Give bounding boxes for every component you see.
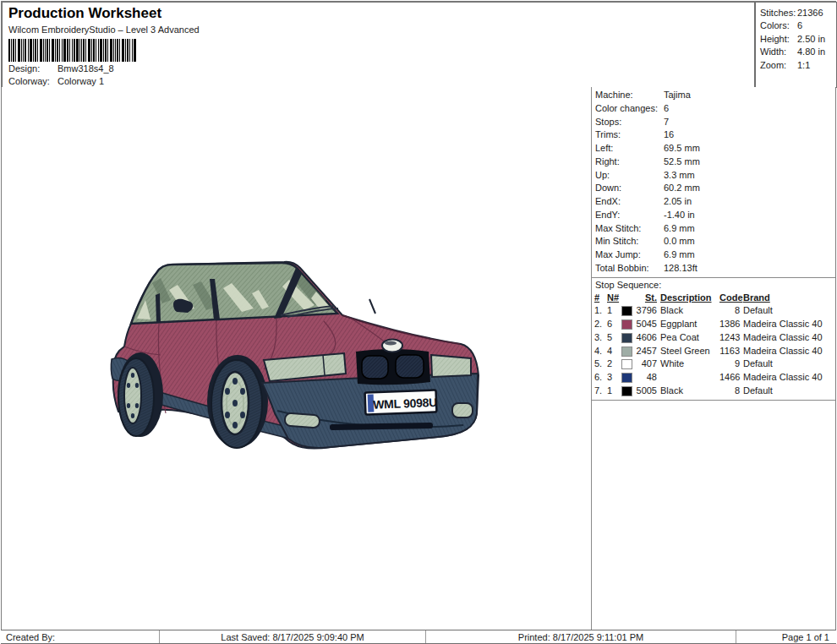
stop-sequence-table: # N# St. Description Code Brand 1.1 3796… [592,292,835,401]
stop-sequence-row: 2.6 5045Eggplant 1386Madeira Classic 40 [594,318,835,331]
barcode-icon [8,39,137,62]
thread-color-swatch [621,347,632,357]
thread-color-swatch [621,333,632,343]
stat-row-stitches: Stitches:21366 [760,7,836,19]
thread-color-swatch [621,306,632,316]
stat-row-width: Width:4.80 in [760,46,836,58]
stop-sequence-row: 5.2 407White 9Default [594,357,835,371]
stop-sequence-row: 6.3 48 1466Madeira Classic 40 [594,371,835,385]
thread-color-swatch [621,359,632,369]
kidney-grille-right [396,355,424,378]
design-value: Bmw318s4_8 [57,63,114,74]
stop-sequence-row: 7.1 5005Black 8Default [594,385,835,398]
stop-sequence-row: 4.4 2457Steel Green 1163Madeira Classic … [594,345,835,358]
machine-row: Trims:16 [595,128,835,142]
colorway-row: Colorway: Colorway 1 [8,76,104,86]
machine-row: Stops:7 [595,116,835,129]
created-by-label: Created By: [1,630,160,643]
machine-row: Up:3.3 mm [595,169,835,183]
left-fog-light [284,413,320,428]
machine-row: Max Jump:6.9 mm [595,248,835,262]
production-worksheet-page: Production Worksheet Wilcom EmbroiderySt… [0,0,837,644]
stop-sequence-row: 3.5 4606Pea Coat 1243Madeira Classic 40 [594,331,835,345]
c-pillar-divider [156,293,161,323]
machine-row: Max Stitch:6.9 mm [595,222,835,236]
design-label: Design: [8,63,57,74]
machine-row: Color changes:6 [595,102,835,116]
stat-row-height: Height:2.50 in [760,33,836,46]
stop-sequence-title: Stop Sequence: [592,277,835,292]
colorway-label: Colorway: [8,76,57,86]
printed-text: Printed: 8/17/2025 9:11:01 PM [426,630,736,643]
bmw-roundel-shadow [385,341,397,345]
page-title: Production Worksheet [8,5,161,22]
stat-row-colors: Colors:6 [760,19,836,32]
header-box: Production Worksheet Wilcom EmbroiderySt… [2,2,755,88]
last-saved-text: Last Saved: 8/17/2025 9:09:40 PM [160,630,426,643]
machine-row: Machine:Tajima [595,89,835,102]
right-headlight [431,355,471,377]
footer-bar: Created By: Last Saved: 8/17/2025 9:09:4… [1,630,836,644]
page-number: Page 1 of 1 [736,630,836,643]
antenna [369,299,375,314]
machine-info-panel: Machine:Tajima Color changes:6 Stops:7 T… [592,87,835,401]
stop-sequence-header: # N# St. Description Code Brand [594,292,835,305]
summary-stats-box: Stitches:21366 Colors:6 Height:2.50 in W… [755,2,837,88]
machine-row: Min Stitch:0.0 mm [595,235,835,248]
embroidery-design-car: WML 9098U [108,256,482,456]
thread-color-swatch [621,373,632,383]
thread-color-swatch [621,386,632,396]
machine-row: Down:60.2 mm [595,182,835,195]
software-subtitle: Wilcom EmbroideryStudio – Level 3 Advanc… [8,25,200,35]
machine-info-list: Machine:Tajima Color changes:6 Stops:7 T… [592,87,835,277]
kidney-grille-left [362,356,388,379]
plate-text: WML 9098U [373,396,437,412]
machine-row: Total Bobbin:128.13ft [595,262,835,276]
machine-row: Left:69.5 mm [595,142,835,156]
thread-color-swatch [621,319,632,330]
machine-row: Right:52.5 mm [595,156,835,169]
right-fog-light [452,403,473,418]
stat-row-zoom: Zoom:1:1 [760,59,836,72]
machine-row: EndX:2.05 in [595,195,835,209]
machine-row: EndY:-1.40 in [595,209,835,222]
colorway-value: Colorway 1 [57,76,104,86]
license-plate: WML 9098U [365,390,438,415]
design-row: Design: Bmw318s4_8 [8,63,114,74]
stop-sequence-row: 1.1 3796Black 8Default [594,304,835,318]
